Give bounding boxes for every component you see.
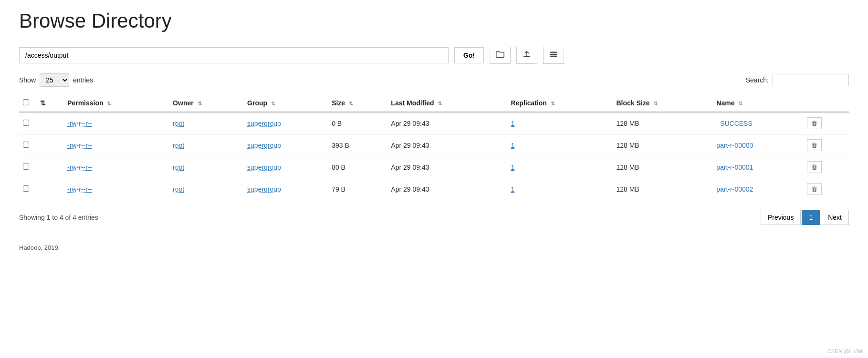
select-all-checkbox[interactable] — [23, 99, 29, 105]
upload-icon — [523, 51, 531, 60]
name-sort-icon: ⇅ — [738, 101, 743, 106]
col-sort-icon[interactable]: ⇅ — [36, 94, 63, 112]
row-last-modified: Apr 29 09:43 — [387, 178, 507, 200]
search-label: Search: — [746, 76, 769, 84]
row-replication: 1 — [507, 178, 612, 200]
row-size: 0 B — [328, 112, 387, 134]
replication-link-3[interactable]: 1 — [511, 185, 514, 193]
group-link-1[interactable]: supergroup — [247, 142, 281, 149]
row-replication: 1 — [507, 134, 612, 156]
delete-button-1[interactable]: 🗑 — [807, 139, 822, 151]
entries-label: entries — [73, 76, 93, 84]
replication-link-1[interactable]: 1 — [511, 142, 514, 149]
row-checkbox-1[interactable] — [23, 142, 29, 148]
list-button[interactable] — [543, 47, 564, 64]
permission-link-3[interactable]: -rw-r--r-- — [67, 185, 92, 193]
col-group[interactable]: Group ⇅ — [243, 94, 328, 112]
row-owner: root — [169, 178, 243, 200]
col-replication[interactable]: Replication ⇅ — [507, 94, 612, 112]
row-delete-cell: 🗑 — [803, 112, 849, 134]
row-name: _SUCCESS — [712, 112, 803, 134]
table-row: -rw-r--r-- root supergroup 80 B Apr 29 0… — [19, 156, 849, 178]
delete-button-3[interactable]: 🗑 — [807, 183, 822, 195]
row-name: part-r-00000 — [712, 134, 803, 156]
go-button[interactable]: Go! — [454, 47, 484, 63]
select-all-col — [19, 94, 36, 112]
row-checkbox-0[interactable] — [23, 120, 29, 126]
row-permission: -rw-r--r-- — [63, 156, 169, 178]
col-owner[interactable]: Owner ⇅ — [169, 94, 243, 112]
group-link-2[interactable]: supergroup — [247, 164, 281, 171]
owner-link-1[interactable]: root — [173, 142, 184, 149]
row-group: supergroup — [243, 156, 328, 178]
row-group: supergroup — [243, 134, 328, 156]
delete-button-0[interactable]: 🗑 — [807, 117, 822, 129]
row-owner: root — [169, 156, 243, 178]
permission-link-2[interactable]: -rw-r--r-- — [67, 164, 92, 171]
path-input[interactable] — [19, 47, 449, 63]
row-delete-cell: 🗑 — [803, 156, 849, 178]
row-index-cell — [36, 134, 63, 156]
owner-link-3[interactable]: root — [173, 185, 184, 193]
group-link-3[interactable]: supergroup — [247, 185, 281, 193]
row-checkbox-2[interactable] — [23, 164, 29, 170]
table-row: -rw-r--r-- root supergroup 79 B Apr 29 0… — [19, 178, 849, 200]
row-index-cell — [36, 178, 63, 200]
replication-link-0[interactable]: 1 — [511, 120, 514, 127]
row-permission: -rw-r--r-- — [63, 134, 169, 156]
row-delete-cell: 🗑 — [803, 134, 849, 156]
row-permission: -rw-r--r-- — [63, 112, 169, 134]
delete-button-2[interactable]: 🗑 — [807, 161, 822, 173]
table-row: -rw-r--r-- root supergroup 0 B Apr 29 09… — [19, 112, 849, 134]
row-owner: root — [169, 134, 243, 156]
pagination-info: Showing 1 to 4 of 4 entries — [19, 214, 98, 221]
name-link-3[interactable]: part-r-00002 — [716, 185, 753, 193]
row-replication: 1 — [507, 112, 612, 134]
row-last-modified: Apr 29 09:43 — [387, 112, 507, 134]
list-icon — [549, 51, 558, 60]
previous-button[interactable]: Previous — [761, 210, 801, 225]
table-row: -rw-r--r-- root supergroup 393 B Apr 29 … — [19, 134, 849, 156]
replication-link-2[interactable]: 1 — [511, 164, 514, 171]
row-checkbox-3[interactable] — [23, 185, 29, 192]
row-last-modified: Apr 29 09:43 — [387, 134, 507, 156]
svg-rect-1 — [550, 54, 557, 55]
folder-button[interactable] — [490, 47, 511, 64]
col-permission[interactable]: Permission ⇅ — [63, 94, 169, 112]
row-group: supergroup — [243, 178, 328, 200]
owner-link-0[interactable]: root — [173, 120, 184, 127]
col-size[interactable]: Size ⇅ — [328, 94, 387, 112]
block-size-sort-icon: ⇅ — [653, 101, 658, 106]
name-link-2[interactable]: part-r-00001 — [716, 164, 753, 171]
size-sort-icon: ⇅ — [349, 101, 353, 106]
permission-link-1[interactable]: -rw-r--r-- — [67, 142, 92, 149]
name-link-0[interactable]: _SUCCESS — [716, 120, 752, 127]
page-1-button[interactable]: 1 — [802, 210, 820, 225]
col-actions — [803, 94, 849, 112]
upload-button[interactable] — [516, 47, 537, 64]
group-link-0[interactable]: supergroup — [247, 120, 281, 127]
pagination-row: Showing 1 to 4 of 4 entries Previous 1 N… — [19, 210, 849, 225]
show-entries: Show 10 25 50 100 entries — [19, 73, 93, 87]
page-title: Browse Directory — [19, 10, 849, 32]
entries-select[interactable]: 10 25 50 100 — [40, 73, 69, 87]
directory-table: ⇅ Permission ⇅ Owner ⇅ Group ⇅ Size ⇅ La… — [19, 94, 849, 200]
row-permission: -rw-r--r-- — [63, 178, 169, 200]
row-name: part-r-00002 — [712, 178, 803, 200]
row-block-size: 128 MB — [612, 112, 712, 134]
row-owner: root — [169, 112, 243, 134]
owner-sort-icon: ⇅ — [198, 101, 202, 106]
owner-link-2[interactable]: root — [173, 164, 184, 171]
permission-link-0[interactable]: -rw-r--r-- — [67, 120, 92, 127]
col-name[interactable]: Name ⇅ — [712, 94, 803, 112]
row-block-size: 128 MB — [612, 178, 712, 200]
search-input[interactable] — [773, 74, 849, 86]
last-modified-sort-icon: ⇅ — [438, 101, 442, 106]
show-label: Show — [19, 76, 36, 84]
col-block-size[interactable]: Block Size ⇅ — [612, 94, 712, 112]
next-button[interactable]: Next — [821, 210, 849, 225]
col-last-modified[interactable]: Last Modified ⇅ — [387, 94, 507, 112]
row-group: supergroup — [243, 112, 328, 134]
name-link-1[interactable]: part-r-00000 — [716, 142, 753, 149]
row-block-size: 128 MB — [612, 156, 712, 178]
